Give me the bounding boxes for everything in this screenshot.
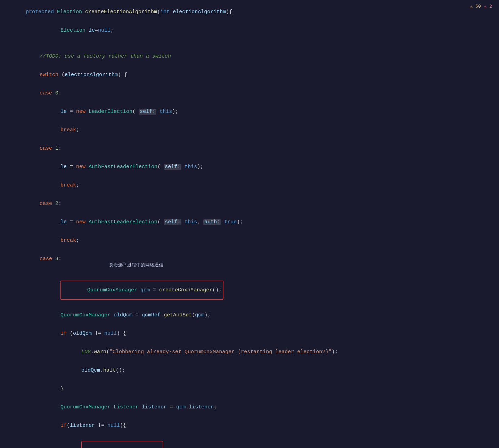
code-editor: ⚠ 60 ⚠ 2 protected Election createElecti… bbox=[0, 0, 499, 448]
line-break1: break; bbox=[0, 121, 499, 139]
line-qcm: QuorumCnxManager qcm = createCnxnManager… bbox=[0, 274, 499, 306]
line-close-if: } bbox=[0, 380, 499, 398]
line-break3: break; bbox=[0, 231, 499, 250]
line-log-warn: LOG.warn("Clobbering already-set QuorumC… bbox=[0, 343, 499, 361]
line-if-oldqcm: if (oldQcm != null) { bbox=[0, 324, 499, 343]
line-auth-fast-1: le = new AuthFastLeaderElection( self: t… bbox=[0, 158, 499, 176]
tooltip-network: 负责选举过程中的网络通信 bbox=[109, 262, 163, 267]
line-todo: //TODO: use a factory rather than a swit… bbox=[0, 47, 499, 66]
line-case0: case 0: bbox=[0, 84, 499, 102]
line-listener: QuorumCnxManager.Listener listener = qcm… bbox=[0, 398, 499, 416]
line-if-listener: if(listener != null){ bbox=[0, 416, 499, 435]
line-switch: switch (electionAlgorithm) { bbox=[0, 66, 499, 84]
line-old-qcm: QuorumCnxManager oldQcm = qcmRef.getAndS… bbox=[0, 306, 499, 324]
line-case2: case 2: bbox=[0, 194, 499, 213]
line-break2: break; bbox=[0, 176, 499, 194]
line-leader-election: le = new LeaderElection( self: this); bbox=[0, 102, 499, 121]
line-2: Election le=null; bbox=[0, 21, 499, 40]
line-listener-start: listener.start(); 开启监听线程 bbox=[0, 435, 499, 448]
line-auth-fast-2: le = new AuthFastLeaderElection( self: t… bbox=[0, 213, 499, 231]
line-1: protected Election createElectionAlgorit… bbox=[0, 3, 499, 21]
line-oldqcm-halt: oldQcm.halt(); bbox=[0, 361, 499, 380]
line-blank-1 bbox=[0, 40, 499, 47]
line-case1: case 1: bbox=[0, 139, 499, 158]
line-case3: case 3: 负责选举过程中的网络通信 bbox=[0, 250, 499, 274]
